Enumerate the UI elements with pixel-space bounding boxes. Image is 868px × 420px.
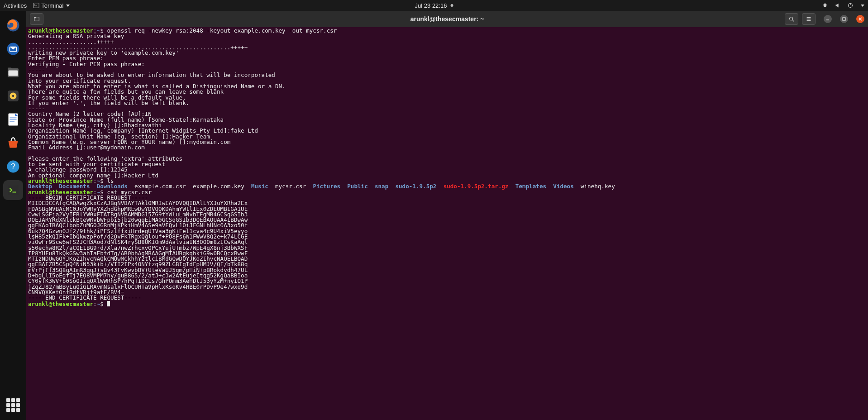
terminal-app-icon [5,182,21,198]
menu-button[interactable] [802,13,816,25]
chevron-down-icon[interactable] [861,5,864,7]
dock-firefox[interactable] [3,15,23,35]
dock-files[interactable] [3,62,23,82]
volume-icon[interactable] [835,2,841,9]
svg-rect-22 [843,18,845,20]
show-applications[interactable] [6,398,20,412]
command: openssl req -newkey rsa:2048 -keyout exa… [107,27,337,34]
app-menu[interactable]: Terminal [33,2,70,9]
power-icon[interactable] [847,2,854,9]
ls-entry: Templates [515,183,546,190]
search-icon [788,16,795,22]
firefox-icon [5,17,21,33]
svg-rect-20 [34,17,36,19]
dock: ? [0,11,26,420]
dock-help[interactable]: ? [3,157,23,177]
output-line: Verifying - Enter PEM pass phrase: [28,61,145,67]
ls-entry: Public [347,183,368,190]
terminal-viewport[interactable]: arunkl@thesecmaster:~$ openssl req -newk… [26,27,868,420]
ls-entry: sudo-1.9.5p2 [395,183,436,190]
svg-rect-13 [10,117,17,118]
cursor [107,301,110,306]
libreoffice-writer-icon [5,111,21,128]
ls-entry: example.com.key [193,183,244,190]
svg-rect-18 [8,186,19,195]
svg-rect-7 [8,68,12,70]
minimize-icon [826,17,830,21]
app-menu-label: Terminal [41,2,63,9]
svg-text:?: ? [11,162,15,171]
output-line: Email Address []:user@mydomain.com [28,144,145,151]
clock[interactable]: Jul 23 22:16 [415,2,447,9]
output-line: If you enter '.', the field will be left… [28,100,189,106]
svg-point-21 [790,17,793,20]
ls-entry: Pictures [313,183,340,190]
ls-entry: Videos [553,183,574,190]
ubuntu-software-icon [5,135,21,151]
ls-entry: winehq.key [581,183,615,190]
dock-thunderbird[interactable] [3,39,23,59]
maximize-button[interactable] [840,15,848,23]
tab-icon [33,16,40,22]
svg-rect-8 [9,71,18,76]
network-icon[interactable] [822,2,828,9]
close-button[interactable] [856,15,864,23]
notification-dot-icon [450,4,453,7]
thunderbird-icon [5,41,21,57]
svg-rect-15 [10,121,15,122]
dock-rhythmbox[interactable] [3,86,23,106]
files-icon [5,64,21,81]
window-titlebar: arunkl@thesecmaster: ~ [26,11,868,27]
dock-writer[interactable] [3,110,23,129]
gnome-topbar: Activities Terminal Jul 23 22:16 [0,0,868,11]
ls-entry: mycsr.csr [275,183,306,190]
rhythmbox-icon [5,88,21,104]
help-icon: ? [5,158,21,175]
hamburger-icon [806,16,812,22]
chevron-down-icon [66,5,70,7]
dock-terminal[interactable] [3,180,23,200]
new-tab-button[interactable] [30,13,43,25]
svg-rect-0 [33,3,39,8]
close-icon [858,17,862,21]
svg-rect-14 [10,119,17,120]
ls-entry: Music [251,183,268,190]
ls-entry: sudo-1.9.5p2.tar.gz [444,183,509,190]
maximize-icon [842,17,846,21]
prompt: arunkl@thesecmaster:~$ [28,301,104,307]
svg-point-11 [12,95,14,97]
minimize-button[interactable] [824,15,832,23]
activities-button[interactable]: Activities [4,2,27,9]
ls-entry: snap [375,183,388,190]
search-button[interactable] [785,13,798,25]
terminal-icon [33,2,39,9]
svg-rect-2 [850,3,850,5]
dock-software[interactable] [3,133,23,153]
window-title: arunkl@thesecmaster: ~ [410,15,484,23]
